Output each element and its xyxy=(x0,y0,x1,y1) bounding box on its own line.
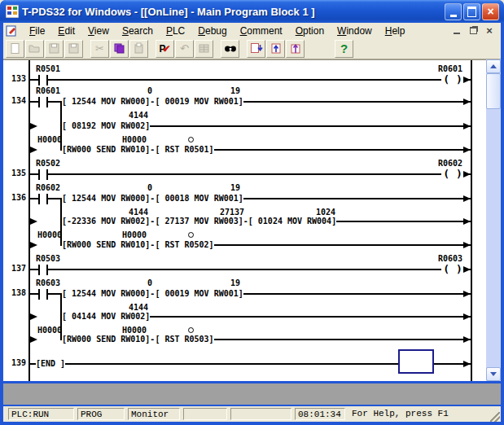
mdi-minimize-button[interactable] xyxy=(452,26,462,36)
instruction[interactable]: [ 08192 MOV RW002] xyxy=(62,121,150,131)
scrollbar-thumb[interactable] xyxy=(486,73,501,109)
mdi-window-buttons: × xyxy=(452,26,494,36)
menu-view[interactable]: View xyxy=(81,24,116,37)
coil-symbol[interactable]: ( ) xyxy=(441,73,464,86)
selection-cursor[interactable] xyxy=(398,349,434,374)
wire-arrow xyxy=(463,218,471,225)
right-power-rail xyxy=(471,60,472,382)
device-label: H0000 xyxy=(37,135,62,144)
wire-arrow xyxy=(463,266,471,273)
compare-block-button[interactable] xyxy=(286,40,305,58)
instruction[interactable]: [RW000 SEND RW010]-[ RST R0503] xyxy=(62,335,214,344)
title-bar[interactable]: T-PDS32 for Windows - [[OnLine] - Main P… xyxy=(0,0,504,23)
mdi-close-icon: × xyxy=(486,26,493,36)
save-button xyxy=(45,40,64,58)
wire-arrow xyxy=(463,99,471,105)
device-label: R0602 xyxy=(36,183,60,192)
instruction[interactable]: [END ] xyxy=(36,359,65,369)
instruction[interactable]: [RW000 SEND RW010]-[ RST R0502] xyxy=(62,240,214,250)
monitor-value: 19 xyxy=(230,183,240,192)
contact-symbol[interactable] xyxy=(38,289,48,300)
wire-arrow xyxy=(463,242,471,248)
menu-bar: FileEditViewSearchPLCDebugCommentOptionW… xyxy=(3,23,501,39)
mdi-background xyxy=(3,383,501,405)
monitor-value: 27137 xyxy=(220,208,244,217)
new-button xyxy=(6,40,24,58)
monitor-value: 19 xyxy=(230,86,240,95)
resize-grip[interactable] xyxy=(490,412,500,422)
menu-help[interactable]: Help xyxy=(379,24,412,37)
rung-number: 134 xyxy=(3,96,26,105)
maximize-button[interactable] xyxy=(463,3,480,20)
instruction[interactable]: [-22336 MOV RW002]-[ 27137 MOV RW003]-[ … xyxy=(62,217,336,226)
help-message-pane: For Help, press F1 xyxy=(348,408,490,420)
close-icon: × xyxy=(487,6,493,17)
scroll-down-button[interactable] xyxy=(486,367,501,381)
rung-number: 136 xyxy=(3,193,26,202)
coil-symbol[interactable]: ( ) xyxy=(441,263,464,276)
read-block-button[interactable] xyxy=(247,40,265,58)
menu-file[interactable]: File xyxy=(23,24,51,37)
contact-symbol[interactable] xyxy=(38,97,48,107)
status-dot xyxy=(188,137,194,142)
menu-comment[interactable]: Comment xyxy=(234,24,289,37)
instruction[interactable]: [ 12544 MOV RW000]-[ 00019 MOV RW001] xyxy=(62,289,243,299)
wire-arrow xyxy=(463,313,471,320)
wire-arrow xyxy=(30,336,37,343)
vertical-scrollbar[interactable] xyxy=(486,59,501,381)
monitor-pane: Monitor xyxy=(128,408,180,420)
device-label: H0000 xyxy=(37,326,62,335)
device-label: R0501 xyxy=(36,64,60,73)
empty-pane-2 xyxy=(230,408,291,420)
device-label: R0602 xyxy=(438,159,462,168)
menu-window[interactable]: Window xyxy=(331,24,379,37)
minimize-button[interactable] xyxy=(445,3,462,20)
rung-number: 137 xyxy=(3,264,26,273)
instruction[interactable]: [RW000 SEND RW010]-[ RST R0501] xyxy=(62,145,214,155)
wire-arrow xyxy=(463,123,471,129)
device-label: H0000 xyxy=(122,230,147,239)
contact-symbol[interactable] xyxy=(38,169,48,180)
menu-debug[interactable]: Debug xyxy=(191,24,233,37)
contact-symbol[interactable] xyxy=(38,194,48,204)
device-label: H0000 xyxy=(122,326,147,335)
plc-status-pane: PLC:RUN xyxy=(8,408,74,420)
wire-segment xyxy=(30,269,471,270)
program-check-button[interactable]: P✔ xyxy=(156,40,174,58)
write-block-button[interactable] xyxy=(266,40,285,58)
device-label: R0601 xyxy=(36,86,60,95)
contact-symbol[interactable] xyxy=(38,75,48,85)
instruction[interactable]: [ 04144 MOV RW002] xyxy=(62,312,150,322)
mdi-close-button[interactable]: × xyxy=(484,26,494,36)
coil-symbol[interactable]: ( ) xyxy=(441,168,464,181)
paste-button xyxy=(129,40,148,58)
device-label: R0503 xyxy=(36,254,60,263)
menu-items: FileEditViewSearchPLCDebugCommentOptionW… xyxy=(23,24,411,37)
wire-arrow xyxy=(30,123,37,129)
open-button xyxy=(25,40,44,58)
menu-edit[interactable]: Edit xyxy=(51,24,81,37)
ladder-editor[interactable]: ( )( )( )133134135136137138139R0501R0601… xyxy=(3,59,486,382)
toolbar: ✂P✔↶? xyxy=(3,38,501,59)
clock-pane: 08:01:34 xyxy=(295,408,345,420)
menu-search[interactable]: Search xyxy=(116,24,160,37)
wire-arrow xyxy=(463,336,471,343)
app-icon xyxy=(6,5,19,18)
help-button[interactable]: ? xyxy=(335,40,353,58)
monitor-value: 4144 xyxy=(129,111,148,120)
close-button[interactable]: × xyxy=(482,3,499,20)
rung-number: 135 xyxy=(3,169,26,177)
menu-option[interactable]: Option xyxy=(289,24,331,37)
contact-symbol[interactable] xyxy=(38,265,48,275)
copy-button[interactable] xyxy=(110,40,129,58)
wire-arrow xyxy=(463,195,471,202)
menu-plc[interactable]: PLC xyxy=(160,24,191,37)
wire-arrow xyxy=(30,147,37,153)
instruction[interactable]: [ 12544 MOV RW000]-[ 00018 MOV RW001] xyxy=(62,194,243,204)
wire-arrow xyxy=(30,242,37,248)
scroll-up-button[interactable] xyxy=(486,59,501,73)
instruction[interactable]: [ 12544 MOV RW000]-[ 00019 MOV RW001] xyxy=(62,97,243,107)
status-dot xyxy=(188,232,194,238)
mdi-restore-button[interactable] xyxy=(468,26,478,36)
find-button[interactable] xyxy=(221,40,239,58)
